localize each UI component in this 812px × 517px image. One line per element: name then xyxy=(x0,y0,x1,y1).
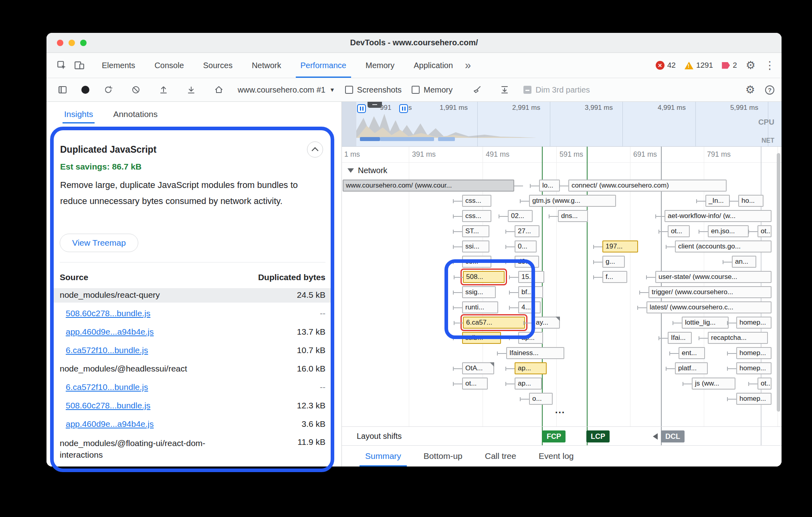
network-request[interactable]: 0... xyxy=(515,240,537,252)
more-tabs-icon[interactable]: » xyxy=(465,60,471,71)
network-request[interactable]: 02... xyxy=(508,210,533,222)
tab-console[interactable]: Console xyxy=(145,53,193,78)
network-request[interactable]: ST... xyxy=(462,225,489,237)
load-profile-icon[interactable] xyxy=(155,81,172,99)
network-request[interactable]: f... xyxy=(602,271,627,283)
record-button[interactable] xyxy=(81,86,89,94)
network-request[interactable]: ot... xyxy=(462,378,488,390)
tab-elements[interactable]: Elements xyxy=(92,53,145,78)
dim-third-parties-row[interactable]: Dim 3rd parties xyxy=(523,85,590,95)
network-request[interactable]: 27... xyxy=(515,225,539,237)
tab-network[interactable]: Network xyxy=(242,53,291,78)
network-request[interactable]: 197... xyxy=(602,240,638,252)
network-request[interactable]: css... xyxy=(462,195,491,207)
network-request[interactable]: connect/ (www.coursehero.com) xyxy=(568,180,727,192)
ruler-time-tick: 391 ms xyxy=(412,150,436,159)
layout-shifts-track[interactable]: Layout shifts FCPLCPDCL xyxy=(342,426,782,446)
reload-and-record-icon[interactable] xyxy=(99,81,117,99)
screenshots-checkbox[interactable] xyxy=(345,86,353,94)
network-request[interactable]: ap... xyxy=(515,362,547,374)
request-label: f... xyxy=(603,273,616,281)
network-request[interactable]: js (ww... xyxy=(692,378,735,390)
minimize-window-button[interactable] xyxy=(69,40,75,46)
marker-badge-fcp[interactable]: FCP xyxy=(542,430,566,442)
warning-badge[interactable]: 1291 xyxy=(685,61,713,70)
network-request[interactable]: gtm.js (www.g... xyxy=(529,195,616,207)
tab-sources[interactable]: Sources xyxy=(194,53,242,78)
network-request[interactable]: latest/ (www.coursehero.c... xyxy=(646,301,772,313)
network-request[interactable]: homep... xyxy=(736,362,772,374)
dim-third-parties-checkbox[interactable] xyxy=(523,86,531,94)
network-request[interactable]: g... xyxy=(602,256,625,268)
inspect-element-icon[interactable] xyxy=(53,57,71,74)
tab-event-log[interactable]: Event log xyxy=(527,446,585,467)
network-request[interactable]: lo... xyxy=(539,180,560,192)
history-dropdown[interactable]: www.coursehero.com #1 ▼ xyxy=(238,85,335,95)
network-request[interactable]: OtA... xyxy=(462,362,494,374)
network-request[interactable]: ho... xyxy=(738,195,764,207)
window-handle-right[interactable] xyxy=(399,104,408,113)
memory-checkbox-row[interactable]: Memory xyxy=(412,85,452,95)
network-request[interactable]: Ifainess... xyxy=(506,347,564,359)
window-handle-left[interactable] xyxy=(357,104,366,113)
network-request[interactable]: user-state/ (www.course... xyxy=(655,271,772,283)
save-profile-icon[interactable] xyxy=(182,81,200,99)
network-request[interactable]: homep... xyxy=(736,347,772,359)
network-track-header[interactable]: Network xyxy=(342,163,387,178)
screenshots-checkbox-row[interactable]: Screenshots xyxy=(345,85,402,95)
network-request[interactable]: o... xyxy=(529,393,553,405)
tab-annotations[interactable]: Annotations xyxy=(113,102,158,127)
request-label: 0... xyxy=(515,242,530,250)
help-icon[interactable]: ? xyxy=(765,85,774,95)
network-request[interactable]: ot... xyxy=(757,225,772,237)
network-request[interactable]: Ifai... xyxy=(668,332,692,344)
marker-badge-dcl[interactable]: DCL xyxy=(661,430,685,442)
highlight-annotation-insight xyxy=(50,127,334,472)
tab-summary[interactable]: Summary xyxy=(354,446,412,467)
settings-gear-icon[interactable]: ⚙ xyxy=(746,60,755,71)
network-request[interactable]: recaptcha... xyxy=(708,332,768,344)
clear-recording-icon[interactable] xyxy=(127,81,145,99)
network-request[interactable]: client (accounts.go... xyxy=(675,240,772,252)
tab-application[interactable]: Application xyxy=(404,53,463,78)
toggle-sidebar-icon[interactable] xyxy=(54,81,71,99)
zoom-window-button[interactable] xyxy=(80,40,87,46)
memory-checkbox[interactable] xyxy=(412,86,420,94)
network-request[interactable]: css... xyxy=(462,210,491,222)
network-request[interactable]: ay... xyxy=(533,317,560,329)
capture-settings-gear-icon[interactable]: ⚙ xyxy=(745,85,755,95)
tab-performance[interactable]: Performance xyxy=(291,53,356,78)
garbage-collect-icon[interactable] xyxy=(468,81,486,99)
network-request[interactable]: homep... xyxy=(736,393,772,405)
kebab-menu-icon[interactable]: ⋮ xyxy=(764,60,775,71)
network-request[interactable]: homep... xyxy=(736,317,772,329)
network-request[interactable]: ap... xyxy=(515,378,542,390)
network-request[interactable]: aet-workflow-info/ (w... xyxy=(665,210,772,222)
tab-bottom-up[interactable]: Bottom-up xyxy=(412,446,474,467)
network-request[interactable]: lottie_lig... xyxy=(682,317,729,329)
network-request[interactable]: ot... xyxy=(757,378,772,390)
error-icon: ✕ xyxy=(656,61,665,70)
vertical-scrollbar[interactable] xyxy=(777,153,780,412)
collapse-tracks-icon[interactable] xyxy=(496,81,513,99)
network-request[interactable]: _In... xyxy=(705,195,730,207)
network-request[interactable]: ssi... xyxy=(462,240,489,252)
device-toolbar-icon[interactable] xyxy=(71,57,88,74)
issues-badge[interactable]: 2 xyxy=(722,61,737,70)
timeline-overview[interactable]: CPU NET 991s1,991 ms2,991 ms3,991 ms4,99… xyxy=(342,102,782,147)
network-request[interactable]: dns... xyxy=(558,210,588,222)
network-request[interactable]: ot... xyxy=(668,225,690,237)
network-request[interactable]: an... xyxy=(732,256,756,268)
network-request[interactable]: ent... xyxy=(679,347,705,359)
close-window-button[interactable] xyxy=(57,40,63,46)
tab-insights[interactable]: Insights xyxy=(64,102,93,127)
network-request[interactable]: trigger/ (www.coursehero... xyxy=(648,286,772,298)
tab-memory[interactable]: Memory xyxy=(356,53,404,78)
network-request[interactable]: www.coursehero.com/ (www.cour... xyxy=(343,180,514,192)
error-badge[interactable]: ✕ 42 xyxy=(656,61,676,70)
home-icon[interactable] xyxy=(210,81,228,99)
network-request[interactable]: platf... xyxy=(675,362,708,374)
network-request[interactable]: en.jso... xyxy=(708,225,749,237)
tab-call-tree[interactable]: Call tree xyxy=(474,446,527,467)
marker-badge-lcp[interactable]: LCP xyxy=(586,430,610,442)
